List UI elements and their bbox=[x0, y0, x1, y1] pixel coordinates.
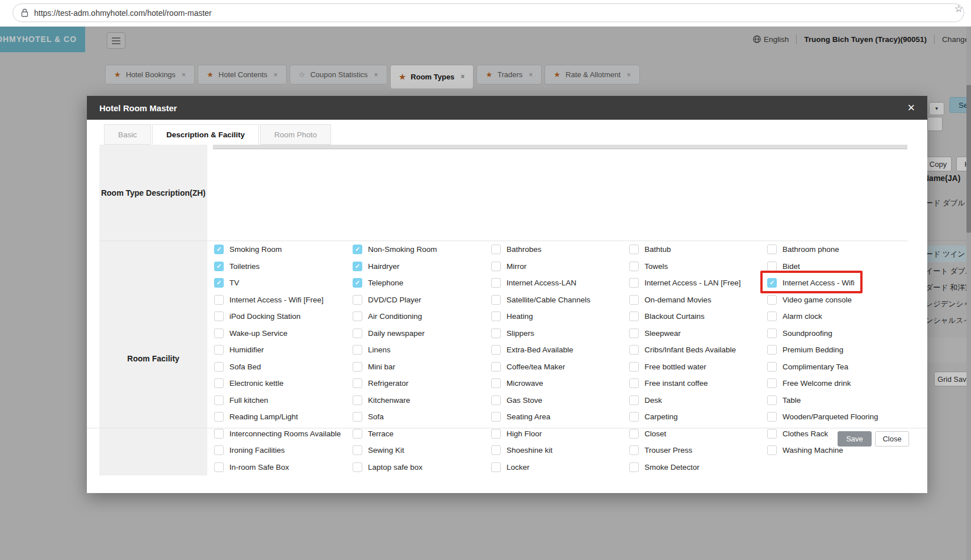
facility-option-bidet[interactable]: Bidet bbox=[766, 258, 907, 275]
checkbox-unchecked[interactable] bbox=[214, 378, 224, 388]
description-textarea-edge[interactable] bbox=[213, 145, 907, 149]
checkbox-unchecked[interactable] bbox=[491, 245, 501, 254]
facility-option-reading-lamp-light[interactable]: Reading Lamp/Light bbox=[213, 409, 351, 426]
checkbox-unchecked[interactable] bbox=[629, 445, 639, 455]
checkbox-unchecked[interactable] bbox=[353, 329, 362, 338]
facility-option-free-bottled-water[interactable]: Free bottled water bbox=[628, 359, 766, 376]
facility-option-wooden-parqueted-flooring[interactable]: Wooden/Parqueted Flooring bbox=[766, 409, 907, 426]
facility-option-extra-bed-available[interactable]: Extra-Bed Available bbox=[490, 342, 628, 359]
checkbox-unchecked[interactable] bbox=[353, 362, 362, 372]
facility-option-sleepwear[interactable]: Sleepwear bbox=[628, 325, 766, 342]
checkbox-unchecked[interactable] bbox=[629, 378, 639, 388]
checkbox-unchecked[interactable] bbox=[491, 429, 501, 439]
facility-option-wake-up-service[interactable]: Wake-up Service bbox=[213, 325, 351, 342]
facility-option-locker[interactable]: Locker bbox=[490, 459, 628, 476]
checkbox-unchecked[interactable] bbox=[214, 345, 224, 355]
facility-option-cribs-infant-beds-available[interactable]: Cribs/Infant Beds Available bbox=[628, 342, 766, 359]
checkbox-unchecked[interactable] bbox=[629, 295, 639, 305]
facility-option-premium-bedding[interactable]: Premium Bedding bbox=[766, 342, 907, 359]
checkbox-unchecked[interactable] bbox=[214, 429, 224, 439]
checkbox-unchecked[interactable] bbox=[629, 278, 639, 288]
facility-option-internet-access-lan[interactable]: Internet Access-LAN bbox=[490, 275, 628, 292]
checkbox-unchecked[interactable] bbox=[491, 395, 501, 405]
facility-option-linens[interactable]: Linens bbox=[351, 342, 490, 359]
checkbox-unchecked[interactable] bbox=[767, 445, 777, 455]
save-button[interactable]: Save bbox=[838, 431, 872, 447]
checkbox-unchecked[interactable] bbox=[491, 278, 501, 288]
checkbox-checked[interactable]: ✓ bbox=[353, 278, 362, 288]
facility-option-gas-stove[interactable]: Gas Stove bbox=[490, 392, 628, 409]
facility-option-mini-bar[interactable]: Mini bar bbox=[351, 359, 490, 376]
facility-option-in-room-safe-box[interactable]: In-room Safe Box bbox=[213, 459, 351, 476]
checkbox-unchecked[interactable] bbox=[353, 412, 362, 422]
checkbox-unchecked[interactable] bbox=[767, 245, 777, 254]
checkbox-unchecked[interactable] bbox=[491, 262, 501, 271]
facility-option-desk[interactable]: Desk bbox=[628, 392, 766, 409]
checkbox-unchecked[interactable] bbox=[353, 378, 362, 388]
facility-option-ipod-docking-station[interactable]: iPod Docking Station bbox=[213, 308, 351, 325]
bookmark-star-icon[interactable]: ☆ bbox=[955, 3, 963, 15]
facility-option-free-instant-coffee[interactable]: Free instant coffee bbox=[628, 375, 766, 392]
checkbox-unchecked[interactable] bbox=[491, 462, 501, 472]
facility-option-laptop-safe-box[interactable]: Laptop safe box bbox=[351, 459, 490, 476]
checkbox-unchecked[interactable] bbox=[353, 395, 362, 405]
facility-option-coffee-tea-maker[interactable]: Coffee/tea Maker bbox=[490, 359, 628, 376]
checkbox-unchecked[interactable] bbox=[214, 462, 224, 472]
facility-option-daily-newspaper[interactable]: Daily newspaper bbox=[351, 325, 490, 342]
checkbox-unchecked[interactable] bbox=[767, 262, 777, 271]
facility-option-blackout-curtains[interactable]: Blackout Curtains bbox=[628, 308, 766, 325]
facility-option-internet-access-lan-free-[interactable]: Internet Access - LAN [Free] bbox=[628, 275, 766, 292]
facility-option-dvd-cd-player[interactable]: DVD/CD Player bbox=[351, 292, 490, 309]
facility-option-toiletries[interactable]: ✓Toiletries bbox=[213, 258, 351, 275]
facility-option-humidifier[interactable]: Humidifier bbox=[213, 342, 351, 359]
facility-option-shoeshine-kit[interactable]: Shoeshine kit bbox=[490, 442, 628, 459]
facility-option-sofa-bed[interactable]: Sofa Bed bbox=[213, 359, 351, 376]
checkbox-unchecked[interactable] bbox=[629, 429, 639, 439]
facility-option-air-conditioning[interactable]: Air Conditioning bbox=[351, 308, 490, 325]
checkbox-unchecked[interactable] bbox=[214, 395, 224, 405]
checkbox-unchecked[interactable] bbox=[214, 295, 224, 305]
facility-option-telephone[interactable]: ✓Telephone bbox=[351, 275, 490, 292]
checkbox-unchecked[interactable] bbox=[767, 295, 777, 305]
facility-option-smoking-room[interactable]: ✓Smoking Room bbox=[213, 241, 351, 258]
facility-option-table[interactable]: Table bbox=[766, 392, 907, 409]
facility-option-bathroom-phone[interactable]: Bathroom phone bbox=[766, 241, 907, 258]
checkbox-unchecked[interactable] bbox=[629, 412, 639, 422]
facility-option-non-smoking-room[interactable]: ✓Non-Smoking Room bbox=[351, 241, 490, 258]
checkbox-unchecked[interactable] bbox=[629, 245, 639, 254]
tab-room-photo[interactable]: Room Photo bbox=[260, 124, 331, 145]
facility-option-electronic-kettle[interactable]: Electronic kettle bbox=[213, 375, 351, 392]
checkbox-unchecked[interactable] bbox=[491, 311, 501, 321]
checkbox-checked[interactable]: ✓ bbox=[353, 245, 362, 254]
facility-option-satellite-cable-channels[interactable]: Satellite/Cable Channels bbox=[490, 292, 628, 309]
checkbox-unchecked[interactable] bbox=[491, 345, 501, 355]
checkbox-unchecked[interactable] bbox=[629, 345, 639, 355]
tab-description-facility[interactable]: Description & Facility bbox=[152, 124, 259, 145]
checkbox-unchecked[interactable] bbox=[214, 329, 224, 338]
facility-option-sewing-kit[interactable]: Sewing Kit bbox=[351, 442, 490, 459]
checkbox-unchecked[interactable] bbox=[491, 329, 501, 338]
checkbox-unchecked[interactable] bbox=[353, 445, 362, 455]
checkbox-unchecked[interactable] bbox=[214, 445, 224, 455]
checkbox-checked[interactable]: ✓ bbox=[353, 262, 362, 271]
facility-option-smoke-detector[interactable]: Smoke Detector bbox=[628, 459, 766, 476]
facility-option-heating[interactable]: Heating bbox=[490, 308, 628, 325]
checkbox-unchecked[interactable] bbox=[353, 462, 362, 472]
url-text[interactable]: https://test-adm.ohmyhotel.com/hotel/roo… bbox=[34, 9, 212, 18]
close-icon[interactable]: × bbox=[907, 102, 915, 114]
facility-option-full-kitchen[interactable]: Full kitchen bbox=[213, 392, 351, 409]
facility-option-video-game-console[interactable]: Video game console bbox=[766, 292, 907, 309]
facility-option-refrigerator[interactable]: Refrigerator bbox=[351, 375, 490, 392]
checkbox-unchecked[interactable] bbox=[629, 362, 639, 372]
checkbox-unchecked[interactable] bbox=[491, 295, 501, 305]
facility-option-tv[interactable]: ✓TV bbox=[213, 275, 351, 292]
facility-option-slippers[interactable]: Slippers bbox=[490, 325, 628, 342]
checkbox-checked[interactable]: ✓ bbox=[214, 262, 224, 271]
checkbox-unchecked[interactable] bbox=[767, 329, 777, 338]
facility-option-complimentary-tea[interactable]: Complimentary Tea bbox=[766, 359, 907, 376]
checkbox-checked[interactable]: ✓ bbox=[214, 278, 224, 288]
checkbox-unchecked[interactable] bbox=[767, 345, 777, 355]
checkbox-unchecked[interactable] bbox=[767, 429, 777, 439]
facility-option-free-welcome-drink[interactable]: Free Welcome drink bbox=[766, 375, 907, 392]
facility-option-trouser-press[interactable]: Trouser Press bbox=[628, 442, 766, 459]
